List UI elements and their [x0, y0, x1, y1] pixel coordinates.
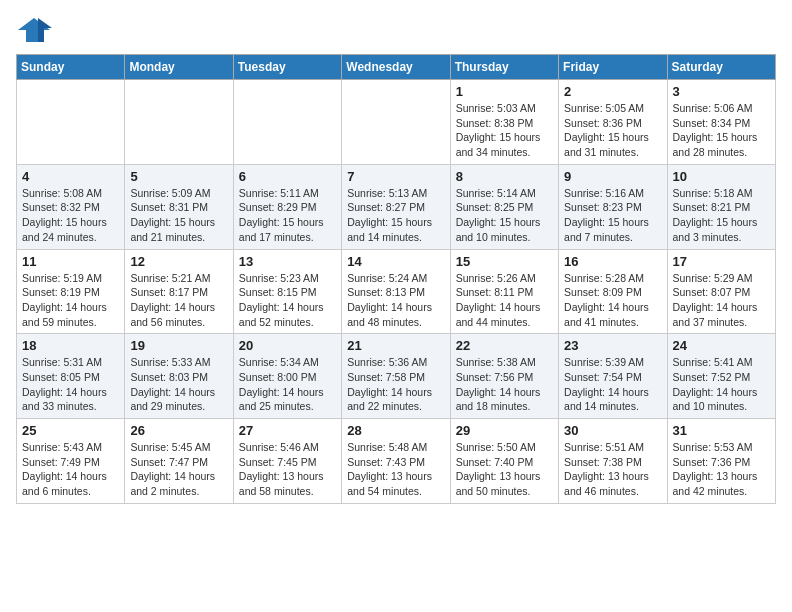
calendar-day-cell	[125, 80, 233, 165]
calendar-week-row: 1Sunrise: 5:03 AMSunset: 8:38 PMDaylight…	[17, 80, 776, 165]
calendar-day-header: Friday	[559, 55, 667, 80]
calendar-day-cell	[17, 80, 125, 165]
day-number: 5	[130, 169, 227, 184]
calendar-day-cell: 25Sunrise: 5:43 AMSunset: 7:49 PMDayligh…	[17, 419, 125, 504]
calendar-day-header: Sunday	[17, 55, 125, 80]
day-number: 10	[673, 169, 770, 184]
day-info: Sunrise: 5:43 AMSunset: 7:49 PMDaylight:…	[22, 440, 119, 499]
day-number: 29	[456, 423, 553, 438]
day-number: 18	[22, 338, 119, 353]
calendar-day-cell: 30Sunrise: 5:51 AMSunset: 7:38 PMDayligh…	[559, 419, 667, 504]
calendar-day-cell: 9Sunrise: 5:16 AMSunset: 8:23 PMDaylight…	[559, 164, 667, 249]
day-info: Sunrise: 5:39 AMSunset: 7:54 PMDaylight:…	[564, 355, 661, 414]
day-number: 25	[22, 423, 119, 438]
day-info: Sunrise: 5:41 AMSunset: 7:52 PMDaylight:…	[673, 355, 770, 414]
day-info: Sunrise: 5:13 AMSunset: 8:27 PMDaylight:…	[347, 186, 444, 245]
calendar-day-cell: 29Sunrise: 5:50 AMSunset: 7:40 PMDayligh…	[450, 419, 558, 504]
day-number: 12	[130, 254, 227, 269]
day-info: Sunrise: 5:36 AMSunset: 7:58 PMDaylight:…	[347, 355, 444, 414]
calendar-header-row: SundayMondayTuesdayWednesdayThursdayFrid…	[17, 55, 776, 80]
day-info: Sunrise: 5:38 AMSunset: 7:56 PMDaylight:…	[456, 355, 553, 414]
day-info: Sunrise: 5:06 AMSunset: 8:34 PMDaylight:…	[673, 101, 770, 160]
calendar-day-cell: 15Sunrise: 5:26 AMSunset: 8:11 PMDayligh…	[450, 249, 558, 334]
day-info: Sunrise: 5:48 AMSunset: 7:43 PMDaylight:…	[347, 440, 444, 499]
day-info: Sunrise: 5:08 AMSunset: 8:32 PMDaylight:…	[22, 186, 119, 245]
day-info: Sunrise: 5:50 AMSunset: 7:40 PMDaylight:…	[456, 440, 553, 499]
day-number: 15	[456, 254, 553, 269]
day-info: Sunrise: 5:11 AMSunset: 8:29 PMDaylight:…	[239, 186, 336, 245]
logo-icon	[16, 16, 52, 44]
calendar-day-cell: 4Sunrise: 5:08 AMSunset: 8:32 PMDaylight…	[17, 164, 125, 249]
calendar-day-cell: 31Sunrise: 5:53 AMSunset: 7:36 PMDayligh…	[667, 419, 775, 504]
calendar-day-header: Wednesday	[342, 55, 450, 80]
calendar-week-row: 11Sunrise: 5:19 AMSunset: 8:19 PMDayligh…	[17, 249, 776, 334]
day-info: Sunrise: 5:09 AMSunset: 8:31 PMDaylight:…	[130, 186, 227, 245]
day-info: Sunrise: 5:31 AMSunset: 8:05 PMDaylight:…	[22, 355, 119, 414]
day-number: 11	[22, 254, 119, 269]
calendar-body: 1Sunrise: 5:03 AMSunset: 8:38 PMDaylight…	[17, 80, 776, 504]
day-number: 22	[456, 338, 553, 353]
day-number: 8	[456, 169, 553, 184]
calendar-day-header: Saturday	[667, 55, 775, 80]
calendar-day-header: Tuesday	[233, 55, 341, 80]
day-number: 1	[456, 84, 553, 99]
day-info: Sunrise: 5:46 AMSunset: 7:45 PMDaylight:…	[239, 440, 336, 499]
calendar-day-cell: 22Sunrise: 5:38 AMSunset: 7:56 PMDayligh…	[450, 334, 558, 419]
svg-marker-0	[18, 18, 50, 42]
day-info: Sunrise: 5:05 AMSunset: 8:36 PMDaylight:…	[564, 101, 661, 160]
page-header	[16, 16, 776, 44]
day-info: Sunrise: 5:51 AMSunset: 7:38 PMDaylight:…	[564, 440, 661, 499]
calendar-day-cell: 12Sunrise: 5:21 AMSunset: 8:17 PMDayligh…	[125, 249, 233, 334]
day-info: Sunrise: 5:53 AMSunset: 7:36 PMDaylight:…	[673, 440, 770, 499]
day-number: 27	[239, 423, 336, 438]
day-number: 16	[564, 254, 661, 269]
day-number: 4	[22, 169, 119, 184]
calendar-day-cell: 20Sunrise: 5:34 AMSunset: 8:00 PMDayligh…	[233, 334, 341, 419]
day-number: 13	[239, 254, 336, 269]
day-number: 23	[564, 338, 661, 353]
day-info: Sunrise: 5:29 AMSunset: 8:07 PMDaylight:…	[673, 271, 770, 330]
day-info: Sunrise: 5:26 AMSunset: 8:11 PMDaylight:…	[456, 271, 553, 330]
calendar-day-header: Monday	[125, 55, 233, 80]
calendar-table: SundayMondayTuesdayWednesdayThursdayFrid…	[16, 54, 776, 504]
calendar-day-cell: 5Sunrise: 5:09 AMSunset: 8:31 PMDaylight…	[125, 164, 233, 249]
day-info: Sunrise: 5:19 AMSunset: 8:19 PMDaylight:…	[22, 271, 119, 330]
day-number: 21	[347, 338, 444, 353]
calendar-day-cell: 26Sunrise: 5:45 AMSunset: 7:47 PMDayligh…	[125, 419, 233, 504]
calendar-day-cell: 7Sunrise: 5:13 AMSunset: 8:27 PMDaylight…	[342, 164, 450, 249]
calendar-day-cell: 6Sunrise: 5:11 AMSunset: 8:29 PMDaylight…	[233, 164, 341, 249]
day-info: Sunrise: 5:33 AMSunset: 8:03 PMDaylight:…	[130, 355, 227, 414]
calendar-day-cell: 21Sunrise: 5:36 AMSunset: 7:58 PMDayligh…	[342, 334, 450, 419]
calendar-day-cell	[233, 80, 341, 165]
calendar-week-row: 18Sunrise: 5:31 AMSunset: 8:05 PMDayligh…	[17, 334, 776, 419]
calendar-day-cell: 11Sunrise: 5:19 AMSunset: 8:19 PMDayligh…	[17, 249, 125, 334]
calendar-day-cell: 27Sunrise: 5:46 AMSunset: 7:45 PMDayligh…	[233, 419, 341, 504]
calendar-day-cell: 2Sunrise: 5:05 AMSunset: 8:36 PMDaylight…	[559, 80, 667, 165]
day-number: 28	[347, 423, 444, 438]
day-number: 20	[239, 338, 336, 353]
calendar-day-cell: 24Sunrise: 5:41 AMSunset: 7:52 PMDayligh…	[667, 334, 775, 419]
day-number: 17	[673, 254, 770, 269]
day-number: 31	[673, 423, 770, 438]
logo	[16, 16, 56, 44]
calendar-day-cell: 19Sunrise: 5:33 AMSunset: 8:03 PMDayligh…	[125, 334, 233, 419]
calendar-day-cell: 17Sunrise: 5:29 AMSunset: 8:07 PMDayligh…	[667, 249, 775, 334]
day-number: 3	[673, 84, 770, 99]
calendar-day-cell: 10Sunrise: 5:18 AMSunset: 8:21 PMDayligh…	[667, 164, 775, 249]
calendar-day-cell: 16Sunrise: 5:28 AMSunset: 8:09 PMDayligh…	[559, 249, 667, 334]
calendar-week-row: 25Sunrise: 5:43 AMSunset: 7:49 PMDayligh…	[17, 419, 776, 504]
day-number: 9	[564, 169, 661, 184]
calendar-day-header: Thursday	[450, 55, 558, 80]
calendar-day-cell: 18Sunrise: 5:31 AMSunset: 8:05 PMDayligh…	[17, 334, 125, 419]
calendar-day-cell: 8Sunrise: 5:14 AMSunset: 8:25 PMDaylight…	[450, 164, 558, 249]
day-info: Sunrise: 5:16 AMSunset: 8:23 PMDaylight:…	[564, 186, 661, 245]
day-info: Sunrise: 5:18 AMSunset: 8:21 PMDaylight:…	[673, 186, 770, 245]
day-number: 6	[239, 169, 336, 184]
calendar-day-cell: 3Sunrise: 5:06 AMSunset: 8:34 PMDaylight…	[667, 80, 775, 165]
day-number: 26	[130, 423, 227, 438]
day-number: 7	[347, 169, 444, 184]
day-number: 24	[673, 338, 770, 353]
day-number: 14	[347, 254, 444, 269]
day-info: Sunrise: 5:03 AMSunset: 8:38 PMDaylight:…	[456, 101, 553, 160]
day-info: Sunrise: 5:21 AMSunset: 8:17 PMDaylight:…	[130, 271, 227, 330]
